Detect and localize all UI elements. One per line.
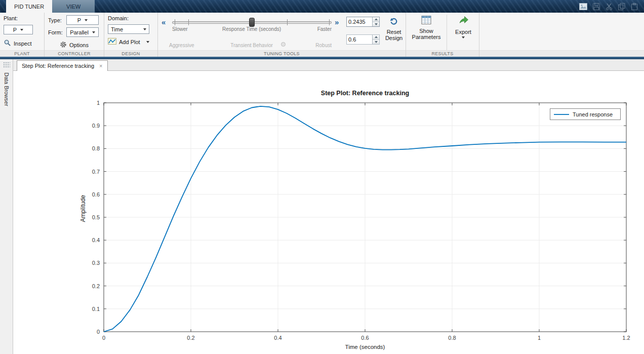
add-plot-button[interactable]: Add Plot xyxy=(108,38,149,46)
spinner-up-icon[interactable] xyxy=(373,35,379,40)
type-dropdown[interactable]: P xyxy=(66,15,99,25)
legend: Tuned response xyxy=(550,108,621,120)
tab-pid-tuner[interactable]: PID TUNER xyxy=(6,0,52,13)
y-axis-label: Amplitude xyxy=(79,195,87,222)
tab-view[interactable]: VIEW xyxy=(52,0,95,13)
svg-text:0.8: 0.8 xyxy=(92,145,100,151)
legend-label: Tuned response xyxy=(573,111,613,117)
svg-text:0.6: 0.6 xyxy=(92,191,100,198)
ribbon-filler xyxy=(479,13,644,57)
svg-text:0.4: 0.4 xyxy=(274,335,281,341)
close-icon[interactable]: × xyxy=(99,63,102,69)
svg-text:1: 1 xyxy=(97,100,100,106)
design-section-label: DESIGN xyxy=(104,50,157,57)
x-axis-label: Time (seconds) xyxy=(104,344,626,350)
response-time-slider-handle[interactable] xyxy=(249,18,255,27)
results-section: Show Parameters Export RESULTS xyxy=(406,13,479,57)
slider-tick xyxy=(175,19,175,25)
gear-icon xyxy=(60,41,67,49)
response-time-input[interactable] xyxy=(347,17,372,26)
response-time-field xyxy=(346,17,380,27)
response-time-spinner xyxy=(372,17,379,26)
slider-tick xyxy=(188,19,189,25)
chevron-left-icon[interactable]: « xyxy=(162,18,166,26)
export-button[interactable]: Export xyxy=(450,16,477,38)
magnifier-icon xyxy=(4,39,11,48)
results-section-label: RESULTS xyxy=(406,50,479,57)
data-browser-label: Data Browser xyxy=(4,72,10,106)
chart-svg: 00.20.40.60.811.200.10.20.30.40.50.60.70… xyxy=(76,96,638,347)
plot-tab-bar: Step Plot: Reference tracking × xyxy=(13,59,644,71)
svg-text:0.8: 0.8 xyxy=(448,335,456,341)
svg-text:0.4: 0.4 xyxy=(92,237,100,243)
slider-tick xyxy=(287,19,288,25)
domain-dropdown-value: Time xyxy=(111,26,123,32)
faster-label: Faster xyxy=(310,26,332,32)
ribbon-tab-bar: PID TUNER VIEW xyxy=(0,0,644,13)
type-row: Type: P xyxy=(48,15,100,25)
table-icon xyxy=(421,19,431,25)
tuning-tools-section: « Slower Response Time (seconds) Faster … xyxy=(158,13,406,57)
plant-label: Plant: xyxy=(4,15,41,21)
svg-text:0.1: 0.1 xyxy=(92,306,100,312)
paste-icon[interactable] xyxy=(631,3,638,10)
svg-text:0: 0 xyxy=(97,329,100,335)
options-label: Options xyxy=(69,42,89,48)
chevron-down-icon xyxy=(92,31,95,33)
chevron-down-icon xyxy=(143,28,146,30)
show-parameters-label: Show Parameters xyxy=(409,28,444,41)
plant-section: Plant: P Inspect PLANT xyxy=(0,13,45,57)
form-dropdown[interactable]: Parallel xyxy=(66,27,99,37)
cut-icon[interactable] xyxy=(606,3,613,10)
slower-label: Slower xyxy=(172,26,188,32)
spinner-down-icon[interactable] xyxy=(373,40,379,45)
add-plot-label: Add Plot xyxy=(119,39,140,45)
panel-grip-icon[interactable] xyxy=(3,62,10,67)
save-icon[interactable] xyxy=(593,3,600,10)
design-section: Domain: Time Add Plot DESIGN xyxy=(104,13,158,57)
options-button[interactable]: Options xyxy=(60,41,89,49)
transient-slider-handle xyxy=(281,42,286,47)
inspect-label: Inspect xyxy=(14,41,31,47)
plot-tab-label: Step Plot: Reference tracking xyxy=(22,63,94,69)
ribbon-filler-footer xyxy=(479,50,644,57)
plant-dropdown[interactable]: P xyxy=(4,25,33,34)
response-time-label: Response Time (seconds) xyxy=(201,26,302,32)
tab-step-plot[interactable]: Step Plot: Reference tracking × xyxy=(17,60,108,71)
pid-tuner-window: PID TUNER VIEW Plant: P Inspect PLANT Ty… xyxy=(0,0,644,354)
snapshot-icon[interactable] xyxy=(579,3,587,10)
spinner-up-icon[interactable] xyxy=(373,17,379,22)
export-label: Export xyxy=(450,29,477,35)
spinner-down-icon[interactable] xyxy=(373,22,379,27)
reset-design-button[interactable]: Reset Design xyxy=(383,16,405,42)
chevron-down-icon xyxy=(20,29,23,31)
ribbon: Plant: P Inspect PLANT Type: P Form: Par… xyxy=(0,13,644,57)
svg-text:0.9: 0.9 xyxy=(92,123,100,129)
svg-text:0.7: 0.7 xyxy=(92,169,100,175)
show-parameters-button[interactable]: Show Parameters xyxy=(409,16,444,41)
robust-label: Robust xyxy=(310,43,332,48)
quick-access-toolbar xyxy=(579,0,644,13)
svg-text:0: 0 xyxy=(102,335,105,341)
reset-design-label: Reset Design xyxy=(383,29,405,42)
svg-text:1: 1 xyxy=(538,335,541,341)
copy-icon[interactable] xyxy=(618,3,625,10)
transient-input[interactable] xyxy=(347,35,372,44)
form-row: Form: Parallel xyxy=(48,27,100,37)
chevron-right-icon[interactable]: » xyxy=(335,18,339,26)
transient-behavior-label: Transient Behavior xyxy=(201,43,302,48)
chevron-down-icon xyxy=(146,41,149,43)
export-icon xyxy=(458,20,469,26)
svg-text:0.2: 0.2 xyxy=(187,335,194,341)
form-dropdown-value: Parallel xyxy=(70,29,89,35)
type-dropdown-value: P xyxy=(77,17,81,23)
plant-section-label: PLANT xyxy=(0,50,44,57)
chevron-down-icon xyxy=(85,19,88,21)
aggressive-label: Aggressive xyxy=(169,43,194,48)
data-browser-panel[interactable]: Data Browser xyxy=(0,59,13,354)
svg-text:0.3: 0.3 xyxy=(92,260,100,266)
inspect-button[interactable]: Inspect xyxy=(4,39,31,48)
domain-dropdown[interactable]: Time xyxy=(108,24,149,34)
chart-title: Step Plot: Reference tracking xyxy=(104,90,626,97)
form-label: Form: xyxy=(48,29,64,35)
